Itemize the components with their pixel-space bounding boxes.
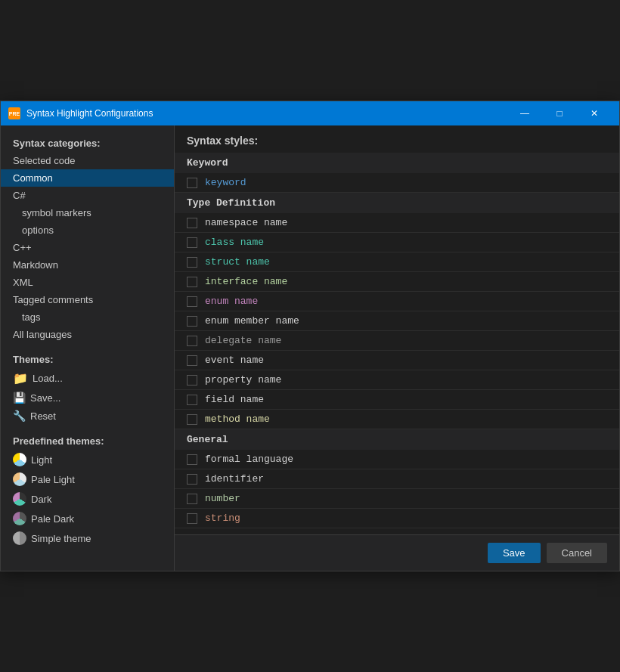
save-icon: 💾 <box>13 392 26 404</box>
label-formal-language: formal language <box>205 454 293 465</box>
title-bar: PRE Syntax Highlight Configurations — □ … <box>1 101 619 125</box>
label-interface-name: interface name <box>205 276 287 287</box>
theme-dark[interactable]: Dark <box>1 489 174 509</box>
checkbox-event-name[interactable] <box>187 355 197 366</box>
themes-label: Themes: <box>1 349 174 368</box>
theme-simple[interactable]: Simple theme <box>1 528 174 548</box>
checkbox-enum-name[interactable] <box>187 296 197 307</box>
reset-icon: 🔧 <box>13 410 26 422</box>
row-enum-name[interactable]: enum name <box>175 292 619 311</box>
theme-light[interactable]: Light <box>1 450 174 469</box>
label-field-name: field name <box>205 394 264 405</box>
window-controls: — □ ✕ <box>507 101 612 125</box>
sidebar-item-markdown[interactable]: Markdown <box>1 256 174 274</box>
label-string: string <box>205 513 240 524</box>
checkbox-struct-name[interactable] <box>187 257 197 268</box>
sidebar-item-tags[interactable]: tags <box>1 308 174 326</box>
checkbox-class-name[interactable] <box>187 237 197 248</box>
sidebar-item-tagged-comments[interactable]: Tagged comments <box>1 291 174 308</box>
label-enum-name: enum name <box>205 296 258 307</box>
load-theme-button[interactable]: 📁 Load... <box>1 368 174 389</box>
simple-theme-icon <box>13 531 26 545</box>
row-method-name[interactable]: method name <box>175 410 619 429</box>
checkbox-keyword[interactable] <box>187 178 197 188</box>
row-class-name[interactable]: class name <box>175 233 619 252</box>
dark-theme-icon <box>13 492 26 506</box>
sidebar-item-xml[interactable]: XML <box>1 274 174 291</box>
row-string[interactable]: string <box>175 509 619 528</box>
section-general: General <box>175 429 619 450</box>
checkbox-interface-name[interactable] <box>187 277 197 287</box>
label-delegate-name: delegate name <box>205 335 281 346</box>
row-field-name[interactable]: field name <box>175 390 619 410</box>
checkbox-formal-language[interactable] <box>187 454 197 465</box>
sidebar-item-selected-code[interactable]: Selected code <box>1 152 174 169</box>
light-theme-icon <box>13 453 26 466</box>
window-title: Syntax Highlight Configurations <box>26 108 501 119</box>
save-theme-button[interactable]: 💾 Save... <box>1 389 174 407</box>
content-area: Syntax categories: Selected code Common … <box>1 125 619 571</box>
checkbox-number[interactable] <box>187 494 197 504</box>
label-identifier: identifier <box>205 473 264 485</box>
checkbox-identifier[interactable] <box>187 474 197 485</box>
sidebar-item-common[interactable]: Common <box>1 169 174 187</box>
cancel-button[interactable]: Cancel <box>547 543 607 563</box>
label-number: number <box>205 493 240 504</box>
sidebar-item-csharp[interactable]: C# <box>1 187 174 204</box>
label-enum-member-name: enum member name <box>205 315 299 327</box>
section-type-definition: Type Definition <box>175 193 619 213</box>
row-delegate-name[interactable]: delegate name <box>175 331 619 351</box>
checkbox-enum-member-name[interactable] <box>187 316 197 327</box>
row-property-name[interactable]: property name <box>175 370 619 390</box>
checkbox-field-name[interactable] <box>187 395 197 405</box>
label-method-name: method name <box>205 413 270 425</box>
maximize-button[interactable]: □ <box>542 101 577 125</box>
row-keyword[interactable]: keyword <box>175 173 619 193</box>
row-namespace-name[interactable]: namespace name <box>175 213 619 233</box>
sidebar-item-symbol-markers[interactable]: symbol markers <box>1 204 174 221</box>
minimize-button[interactable]: — <box>507 101 542 125</box>
label-event-name: event name <box>205 355 264 366</box>
main-content: Syntax styles: Keyword keyword Type Defi… <box>175 125 619 571</box>
checkbox-property-name[interactable] <box>187 375 197 386</box>
footer: Save Cancel <box>175 534 619 571</box>
label-class-name: class name <box>205 237 264 248</box>
load-icon: 📁 <box>13 371 28 386</box>
label-keyword: keyword <box>205 177 246 188</box>
checkbox-string[interactable] <box>187 513 197 524</box>
categories-label: Syntax categories: <box>1 133 174 152</box>
label-property-name: property name <box>205 374 281 386</box>
sidebar-item-options[interactable]: options <box>1 221 174 239</box>
sidebar-item-cpp[interactable]: C++ <box>1 239 174 256</box>
theme-pale-dark[interactable]: Pale Dark <box>1 509 174 528</box>
sidebar: Syntax categories: Selected code Common … <box>1 125 175 571</box>
checkbox-delegate-name[interactable] <box>187 336 197 346</box>
checkbox-namespace-name[interactable] <box>187 218 197 228</box>
row-formal-language[interactable]: formal language <box>175 450 619 469</box>
theme-pale-light[interactable]: Pale Light <box>1 469 174 489</box>
save-button[interactable]: Save <box>488 543 541 563</box>
checkbox-method-name[interactable] <box>187 414 197 425</box>
label-struct-name: struct name <box>205 256 270 268</box>
row-enum-member-name[interactable]: enum member name <box>175 311 619 331</box>
syntax-styles-header: Syntax styles: <box>175 125 619 153</box>
close-button[interactable]: ✕ <box>577 101 612 125</box>
row-struct-name[interactable]: struct name <box>175 252 619 272</box>
row-event-name[interactable]: event name <box>175 351 619 370</box>
predefined-label: Predefined themes: <box>1 431 174 450</box>
row-number[interactable]: number <box>175 489 619 509</box>
sidebar-item-all-languages[interactable]: All languages <box>1 326 174 343</box>
row-identifier[interactable]: identifier <box>175 469 619 489</box>
pale-light-theme-icon <box>13 472 26 486</box>
pale-dark-theme-icon <box>13 512 26 525</box>
app-icon: PRE <box>8 107 20 119</box>
syntax-list: Keyword keyword Type Definition namespac… <box>175 153 619 534</box>
reset-theme-button[interactable]: 🔧 Reset <box>1 407 174 425</box>
row-interface-name[interactable]: interface name <box>175 272 619 292</box>
main-window: PRE Syntax Highlight Configurations — □ … <box>0 101 620 571</box>
label-namespace-name: namespace name <box>205 217 287 228</box>
section-keyword: Keyword <box>175 153 619 173</box>
